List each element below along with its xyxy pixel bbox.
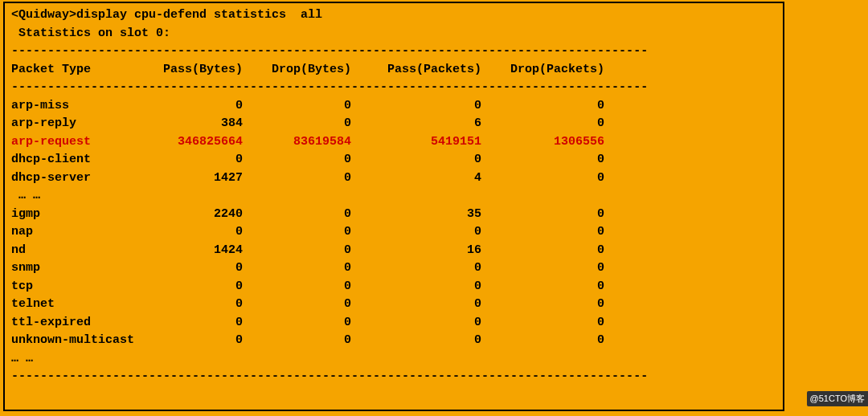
table-row: unknown-multicast 0 0 0 0 (11, 332, 776, 350)
table-row: tcp 0 0 0 0 (11, 278, 776, 296)
table-row: snmp 0 0 0 0 (11, 259, 776, 278)
table-row: arp-miss 0 0 0 0 (11, 97, 776, 116)
subtitle-line: Statistics on slot 0: (11, 25, 776, 43)
table-row: dhcp-client 0 0 0 0 (11, 151, 776, 169)
command-line: <Quidway>display cpu-defend statistics a… (11, 6, 776, 25)
table-row: arp-reply 384 0 6 0 (11, 115, 776, 133)
watermark-badge: @51CTO博客 (807, 391, 868, 406)
table-row: igmp 2240 0 35 0 (11, 206, 776, 224)
terminal-window: <Quidway>display cpu-defend statistics a… (3, 2, 784, 411)
data-rows-top: arp-miss 0 0 0 0arp-reply 384 0 6 0arp-r… (11, 97, 776, 188)
ellipsis-line: … … (11, 187, 776, 206)
separator-line: ----------------------------------------… (11, 43, 776, 61)
prompt: <Quidway> (11, 8, 76, 22)
header-row: Packet Type Pass(Bytes) Drop(Bytes) Pass… (11, 61, 776, 80)
ellipsis-line: … … (11, 350, 776, 369)
data-rows-bottom: igmp 2240 0 35 0nap 0 0 0 0nd 1424 (11, 206, 776, 350)
separator-line: ----------------------------------------… (11, 368, 776, 386)
table-row: arp-request 346825664 83619584 5419151 1… (11, 133, 776, 152)
table-row: dhcp-server 1427 0 4 0 (11, 169, 776, 188)
table-row: nd 1424 0 16 0 (11, 242, 776, 260)
command-text: display cpu-defend statistics all (76, 8, 322, 22)
table-row: ttl-expired 0 0 0 0 (11, 314, 776, 332)
separator-line: ----------------------------------------… (11, 79, 776, 97)
table-row: telnet 0 0 0 0 (11, 296, 776, 314)
table-row: nap 0 0 0 0 (11, 223, 776, 242)
